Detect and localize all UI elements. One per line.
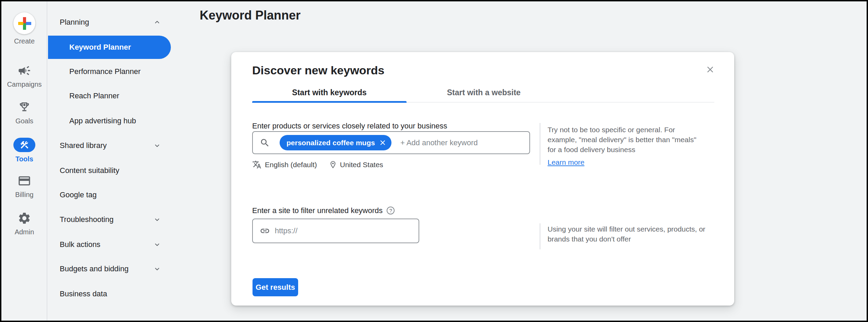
- site-field-label-row: Enter a site to filter unrelated keyword…: [252, 206, 395, 215]
- rail-label-admin: Admin: [15, 228, 34, 236]
- megaphone-icon: [17, 64, 31, 77]
- site-url-input[interactable]: [275, 226, 405, 235]
- add-keyword-input[interactable]: [400, 138, 529, 147]
- get-results-button[interactable]: Get results: [253, 278, 298, 296]
- rail-label-campaigns: Campaigns: [7, 80, 42, 88]
- help-icon[interactable]: ?: [387, 207, 395, 214]
- rail-label-goals: Goals: [15, 117, 33, 125]
- sidebar-item-reach-planner[interactable]: Reach Planner: [48, 88, 171, 103]
- language-value[interactable]: English (default): [265, 161, 317, 169]
- icon-rail: Create Campaigns Goals: [1, 1, 47, 321]
- hammer-wrench-icon: [20, 140, 29, 150]
- modal-tabbar: Start with keywords Start with a website: [252, 83, 714, 102]
- discover-keywords-modal: Discover new keywords Start with keyword…: [231, 52, 734, 306]
- sidebar-item-planning[interactable]: Planning: [48, 15, 171, 30]
- chevron-down-icon: [153, 240, 161, 249]
- sidebar-item-content-suitability[interactable]: Content suitability: [48, 163, 171, 178]
- rail-item-campaigns[interactable]: Campaigns: [1, 64, 47, 88]
- sidebar-item-shared-library[interactable]: Shared library: [48, 138, 171, 153]
- plus-create-icon[interactable]: [13, 12, 35, 34]
- translate-icon: [252, 160, 261, 169]
- rail-item-tools[interactable]: Tools: [1, 138, 47, 163]
- chevron-up-icon: [153, 18, 161, 26]
- sidebar-item-bulk-actions[interactable]: Bulk actions: [48, 237, 171, 252]
- sidebar-item-troubleshooting[interactable]: Troubleshooting: [48, 212, 171, 227]
- sidebar-item-google-tag[interactable]: Google tag: [48, 187, 171, 202]
- location-value[interactable]: United States: [340, 161, 383, 169]
- tools-selected-pill: [13, 138, 35, 152]
- chevron-down-icon: [153, 215, 161, 224]
- planning-sidebar: Planning Keyword Planner Performance Pla…: [48, 1, 172, 321]
- trophy-icon: [17, 100, 31, 114]
- sidebar-item-performance-planner[interactable]: Performance Planner: [48, 64, 171, 79]
- link-icon: [260, 226, 270, 236]
- modal-title: Discover new keywords: [252, 64, 385, 77]
- sidebar-item-keyword-planner[interactable]: Keyword Planner: [48, 36, 171, 59]
- app-frame: Create Campaigns Goals: [0, 0, 868, 322]
- credit-card-icon: [17, 174, 31, 188]
- chevron-down-icon: [153, 141, 161, 150]
- rail-item-billing[interactable]: Billing: [1, 174, 47, 199]
- sidebar-item-budgets-and-bidding[interactable]: Budgets and bidding: [48, 261, 171, 276]
- tab-start-with-a-website[interactable]: Start with a website: [407, 83, 561, 102]
- rail-item-goals[interactable]: Goals: [1, 100, 47, 125]
- learn-more-link[interactable]: Learn more: [548, 158, 584, 166]
- gear-icon: [17, 211, 31, 225]
- chevron-down-icon: [153, 265, 161, 273]
- chip-remove-icon[interactable]: [379, 139, 386, 146]
- site-helper-text: Using your site will filter out services…: [548, 224, 709, 244]
- active-tab-underline: [252, 101, 407, 103]
- keywords-input-box[interactable]: personalized coffee mugs: [252, 131, 530, 154]
- sidebar-item-business-data[interactable]: Business data: [48, 286, 171, 301]
- helper-divider: [540, 223, 540, 249]
- rail-label-tools: Tools: [15, 155, 33, 163]
- location-pin-icon: [329, 160, 337, 169]
- page-title: Keyword Planner: [200, 8, 301, 23]
- keywords-field-label: Enter products or services closely relat…: [252, 122, 447, 131]
- keyword-chip[interactable]: personalized coffee mugs: [280, 135, 391, 150]
- keywords-helper-text: Try not to be too specific or general. F…: [548, 125, 703, 154]
- close-icon[interactable]: [705, 65, 715, 74]
- rail-label-create: Create: [14, 37, 35, 45]
- tab-start-with-keywords[interactable]: Start with keywords: [252, 83, 407, 102]
- sidebar-item-app-advertising-hub[interactable]: App advertising hub: [48, 113, 171, 128]
- keyword-chip-label: personalized coffee mugs: [286, 139, 375, 147]
- site-url-input-box[interactable]: [252, 219, 419, 243]
- helper-divider: [540, 123, 540, 165]
- rail-label-billing: Billing: [15, 191, 33, 199]
- search-icon: [260, 138, 270, 148]
- rail-item-create[interactable]: Create: [1, 12, 47, 45]
- rail-item-admin[interactable]: Admin: [1, 211, 47, 236]
- language-location-row: English (default) United States: [252, 160, 383, 169]
